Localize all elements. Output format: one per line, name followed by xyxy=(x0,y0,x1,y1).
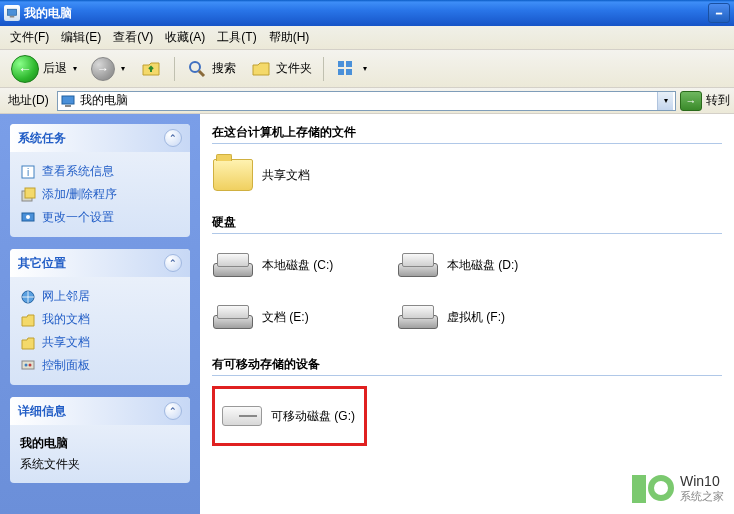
task-add-remove[interactable]: 添加/删除程序 xyxy=(20,183,180,206)
forward-dropdown-icon[interactable]: ▾ xyxy=(121,64,125,73)
item-removable-g[interactable]: 可移动磁盘 (G:) xyxy=(212,386,367,446)
address-icon xyxy=(60,93,76,109)
folders-icon xyxy=(250,58,272,80)
svg-rect-0 xyxy=(8,9,17,15)
titlebar: 我的电脑 ━ xyxy=(0,0,734,26)
menu-favorites[interactable]: 收藏(A) xyxy=(159,27,211,48)
back-dropdown-icon[interactable]: ▾ xyxy=(73,64,77,73)
svg-rect-1 xyxy=(10,16,15,18)
search-icon xyxy=(186,58,208,80)
section-removable-title: 有可移动存储的设备 xyxy=(212,356,722,376)
settings-icon xyxy=(20,210,36,226)
menu-file[interactable]: 文件(F) xyxy=(4,27,55,48)
drive-icon xyxy=(397,244,439,286)
svg-point-15 xyxy=(26,215,30,219)
place-label: 网上邻居 xyxy=(42,288,90,305)
back-label: 后退 xyxy=(43,60,67,77)
item-drive-f[interactable]: 虚拟机 (F:) xyxy=(397,296,552,338)
menu-view[interactable]: 查看(V) xyxy=(107,27,159,48)
place-my-docs[interactable]: 我的文档 xyxy=(20,308,180,331)
panel-header-other[interactable]: 其它位置 ⌃ xyxy=(10,249,190,277)
go-label: 转到 xyxy=(706,92,730,109)
item-drive-d[interactable]: 本地磁盘 (D:) xyxy=(397,244,552,286)
section-removable: 有可移动存储的设备 可移动磁盘 (G:) xyxy=(212,356,722,446)
item-drive-c[interactable]: 本地磁盘 (C:) xyxy=(212,244,367,286)
panel-body-other: 网上邻居 我的文档 共享文档 控制面板 xyxy=(10,277,190,385)
item-drive-e[interactable]: 文档 (E:) xyxy=(212,296,367,338)
folders-label: 文件夹 xyxy=(276,60,312,77)
collapse-icon[interactable]: ⌃ xyxy=(164,129,182,147)
svg-rect-7 xyxy=(346,69,352,75)
views-button[interactable]: ▾ xyxy=(330,55,372,83)
svg-rect-9 xyxy=(65,105,71,107)
back-icon: ← xyxy=(11,55,39,83)
collapse-icon[interactable]: ⌃ xyxy=(164,402,182,420)
item-label: 共享文档 xyxy=(262,167,310,184)
add-remove-icon xyxy=(20,187,36,203)
svg-text:i: i xyxy=(27,167,29,178)
panel-header-tasks[interactable]: 系统任务 ⌃ xyxy=(10,124,190,152)
panel-details: 详细信息 ⌃ 我的电脑 系统文件夹 xyxy=(10,397,190,483)
place-shared-docs[interactable]: 共享文档 xyxy=(20,331,180,354)
svg-rect-8 xyxy=(62,96,74,104)
toolbar-sep2 xyxy=(323,57,324,81)
forward-button[interactable]: → ▾ xyxy=(86,54,130,84)
item-label: 虚拟机 (F:) xyxy=(447,309,505,326)
main-area: 系统任务 ⌃ i 查看系统信息 添加/删除程序 更改一个设置 xyxy=(0,114,734,514)
svg-point-18 xyxy=(25,363,28,366)
watermark-line1: Win10 xyxy=(680,473,724,489)
forward-icon: → xyxy=(91,57,115,81)
search-button[interactable]: 搜索 xyxy=(181,55,241,83)
drive-icon xyxy=(397,296,439,338)
folders-button[interactable]: 文件夹 xyxy=(245,55,317,83)
place-control-panel[interactable]: 控制面板 xyxy=(20,354,180,377)
addressbar: 地址(D) 我的电脑 ▾ → 转到 xyxy=(0,88,734,114)
details-type: 系统文件夹 xyxy=(20,454,180,475)
menu-help[interactable]: 帮助(H) xyxy=(263,27,316,48)
network-icon xyxy=(20,289,36,305)
search-label: 搜索 xyxy=(212,60,236,77)
svg-point-19 xyxy=(29,363,32,366)
collapse-icon[interactable]: ⌃ xyxy=(164,254,182,272)
task-label: 查看系统信息 xyxy=(42,163,114,180)
minimize-button[interactable]: ━ xyxy=(708,3,730,23)
my-computer-icon xyxy=(4,5,20,21)
control-panel-icon xyxy=(20,358,36,374)
svg-rect-6 xyxy=(338,69,344,75)
panel-title-other: 其它位置 xyxy=(18,255,66,272)
go-button[interactable]: → xyxy=(680,91,702,111)
svg-line-3 xyxy=(199,71,204,76)
item-label: 本地磁盘 (C:) xyxy=(262,257,333,274)
panel-title-details: 详细信息 xyxy=(18,403,66,420)
svg-rect-13 xyxy=(25,188,35,198)
task-system-info[interactable]: i 查看系统信息 xyxy=(20,160,180,183)
task-label: 添加/删除程序 xyxy=(42,186,117,203)
section-files: 在这台计算机上存储的文件 共享文档 xyxy=(212,124,722,196)
place-label: 共享文档 xyxy=(42,334,90,351)
menu-tools[interactable]: 工具(T) xyxy=(211,27,262,48)
task-change-setting[interactable]: 更改一个设置 xyxy=(20,206,180,229)
watermark-line2: 系统之家 xyxy=(680,489,724,504)
svg-rect-5 xyxy=(346,61,352,67)
address-input[interactable]: 我的电脑 ▾ xyxy=(57,91,676,111)
panel-header-details[interactable]: 详细信息 ⌃ xyxy=(10,397,190,425)
watermark: Win10 系统之家 xyxy=(632,473,724,504)
menu-edit[interactable]: 编辑(E) xyxy=(55,27,107,48)
item-shared-docs[interactable]: 共享文档 xyxy=(212,154,367,196)
views-dropdown-icon[interactable]: ▾ xyxy=(363,64,367,73)
back-button[interactable]: ← 后退 ▾ xyxy=(6,52,82,86)
window-title: 我的电脑 xyxy=(24,5,706,22)
svg-rect-17 xyxy=(22,361,34,369)
shared-icon xyxy=(20,335,36,351)
place-network[interactable]: 网上邻居 xyxy=(20,285,180,308)
panel-system-tasks: 系统任务 ⌃ i 查看系统信息 添加/删除程序 更改一个设置 xyxy=(10,124,190,237)
menubar: 文件(F) 编辑(E) 查看(V) 收藏(A) 工具(T) 帮助(H) xyxy=(0,26,734,50)
address-dropdown-icon[interactable]: ▾ xyxy=(657,92,673,110)
panel-other-places: 其它位置 ⌃ 网上邻居 我的文档 共享文档 控制面板 xyxy=(10,249,190,385)
toolbar: ← 后退 ▾ → ▾ 搜索 文件夹 ▾ xyxy=(0,50,734,88)
svg-rect-4 xyxy=(338,61,344,67)
address-label: 地址(D) xyxy=(4,92,53,109)
place-label: 控制面板 xyxy=(42,357,90,374)
up-folder-icon xyxy=(139,57,163,81)
up-button[interactable] xyxy=(134,54,168,84)
